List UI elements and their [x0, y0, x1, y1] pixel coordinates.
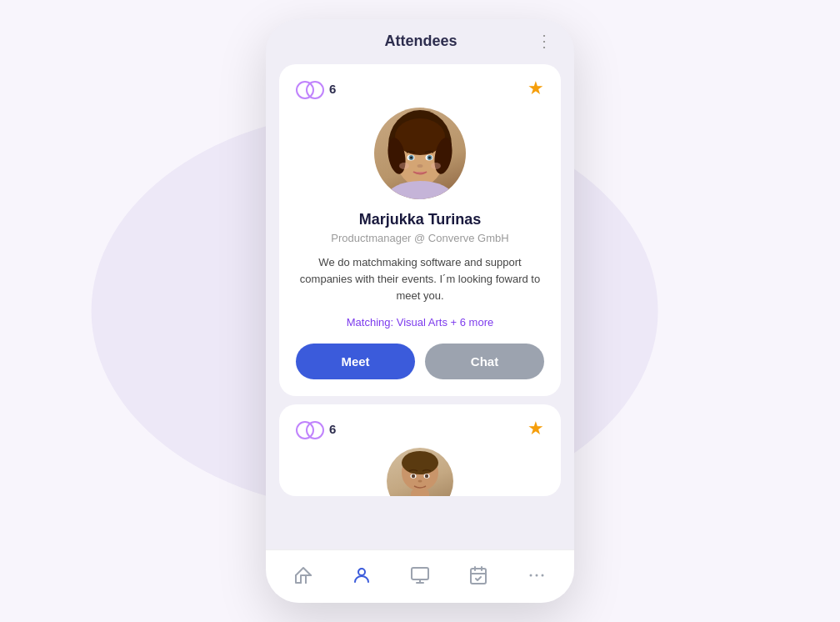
card-top-row-2: 6 ★ — [296, 418, 544, 439]
nav-more[interactable] — [518, 560, 555, 594]
phone-frame: Attendees ⋮ 6 ★ — [266, 19, 574, 603]
svg-point-28 — [530, 574, 532, 576]
svg-point-10 — [410, 157, 412, 159]
match-count-2: 6 — [329, 422, 336, 436]
svg-rect-27 — [471, 569, 486, 584]
nav-home[interactable] — [285, 560, 322, 594]
more-options-icon[interactable]: ⋮ — [536, 31, 554, 51]
nav-presentations[interactable] — [402, 560, 438, 594]
star-button[interactable]: ★ — [528, 78, 544, 99]
match-count: 6 — [329, 82, 336, 96]
svg-point-12 — [418, 164, 423, 168]
calendar-check-icon — [468, 565, 488, 589]
attendees-list: 6 ★ — [266, 58, 574, 549]
svg-point-14 — [431, 163, 441, 169]
card-top-row: 6 ★ — [296, 78, 544, 99]
person-icon — [352, 565, 372, 589]
dots-icon — [527, 565, 547, 589]
attendee-card-second: 6 ★ — [279, 404, 561, 496]
match-circles-icon-2 — [296, 420, 324, 437]
nav-attendees[interactable] — [343, 560, 380, 594]
page-title: Attendees — [306, 33, 536, 50]
svg-point-15 — [387, 181, 453, 199]
nav-schedule[interactable] — [460, 560, 497, 594]
svg-point-21 — [412, 474, 415, 478]
chat-button[interactable]: Chat — [425, 344, 544, 379]
attendee-bio: We do matchmaking software and support c… — [296, 254, 544, 304]
avatar — [374, 108, 466, 199]
svg-rect-26 — [412, 568, 428, 579]
attendee-card: 6 ★ — [279, 64, 561, 396]
svg-point-11 — [428, 157, 431, 159]
meet-button[interactable]: Meet — [296, 344, 415, 379]
attendee-job-title: Productmanager @ Converve GmbH — [331, 232, 508, 244]
match-group: 6 — [296, 80, 336, 97]
svg-point-22 — [425, 474, 428, 478]
svg-point-13 — [399, 163, 409, 169]
svg-point-18 — [402, 451, 438, 474]
star-button-2[interactable]: ★ — [528, 418, 544, 439]
svg-point-29 — [536, 574, 538, 576]
card-action-buttons: Meet Chat — [296, 344, 544, 379]
match-group-2: 6 — [296, 420, 336, 437]
svg-point-25 — [358, 569, 365, 575]
monitor-icon — [410, 565, 430, 589]
bottom-navigation — [266, 549, 574, 603]
phone-header: Attendees ⋮ — [266, 19, 574, 58]
attendee-name: Marjukka Turinas — [359, 211, 482, 228]
home-icon — [293, 565, 313, 589]
matching-interests: Matching: Visual Arts + 6 more — [347, 316, 493, 329]
svg-rect-17 — [411, 489, 429, 496]
svg-point-30 — [542, 574, 544, 576]
match-circles-icon — [296, 80, 324, 97]
svg-point-23 — [418, 480, 422, 483]
